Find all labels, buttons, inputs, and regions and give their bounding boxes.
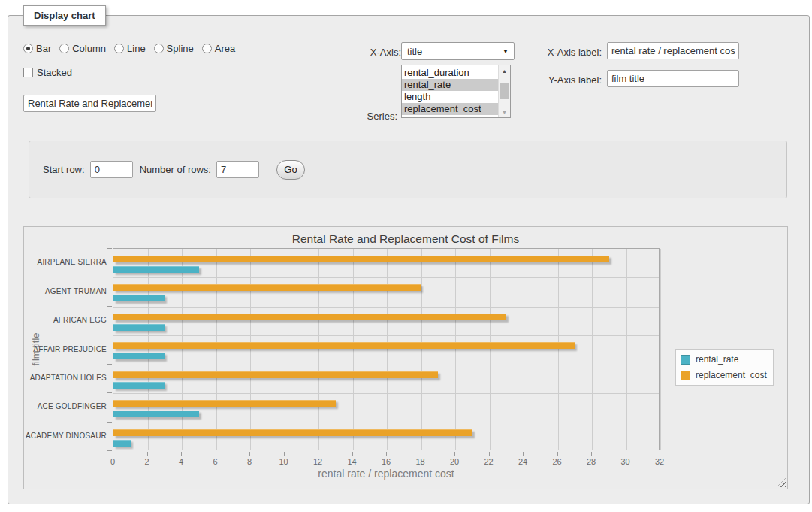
x-axis-tick <box>113 452 113 456</box>
grid-line <box>182 249 183 450</box>
bar-segment <box>113 400 336 407</box>
scrollbar-thumb[interactable] <box>500 83 509 99</box>
chart-container: Rental Rate and Replacement Cost of Film… <box>23 226 788 489</box>
stacked-checkbox-row[interactable]: Stacked <box>23 67 72 78</box>
start-row-input[interactable] <box>90 161 133 178</box>
stacked-label: Stacked <box>37 67 72 78</box>
chart-title-input[interactable] <box>23 95 156 112</box>
grid-line <box>455 249 456 450</box>
grid-line <box>626 249 627 450</box>
y-axis-category-label: AIRPLANE SIERRA <box>24 258 107 266</box>
bar-segment <box>113 353 165 359</box>
x-axis-tick-label: 22 <box>478 457 500 466</box>
x-axis-label-input[interactable] <box>607 42 739 59</box>
stacked-checkbox[interactable] <box>23 68 33 77</box>
series-option[interactable]: rental_duration <box>402 67 510 79</box>
grid-line <box>250 249 251 450</box>
chart-type-radio-group: Bar Column Line Spline Area <box>23 43 235 54</box>
radio-icon[interactable] <box>23 44 33 53</box>
x-axis-tick-label: 24 <box>512 457 534 466</box>
grid-line <box>113 335 659 336</box>
grid-line <box>421 249 422 450</box>
bar-segment <box>113 440 131 447</box>
series-option[interactable]: replacement_cost <box>402 103 510 115</box>
chart-type-option-column[interactable]: Column <box>59 43 106 54</box>
series-select-label: Series: <box>294 111 397 122</box>
legend-label: replacement_cost <box>696 370 767 380</box>
x-axis-tick <box>352 452 353 456</box>
x-axis-tick <box>454 452 455 456</box>
bar-segment <box>113 314 506 320</box>
chart-legend: rental_ratereplacement_cost <box>675 349 774 386</box>
x-axis-tick-label: 20 <box>443 457 466 466</box>
y-axis-label-label: Y-Axis label: <box>497 74 602 86</box>
x-axis-tick <box>147 452 148 456</box>
start-row-label: Start row: <box>43 164 85 175</box>
y-axis-category-label: AFRICAN EGG <box>24 316 107 324</box>
x-axis-tick <box>216 452 216 456</box>
x-axis-tick <box>421 452 421 456</box>
grid-line <box>387 249 388 450</box>
y-axis-tick <box>107 335 112 335</box>
x-axis-tick <box>249 452 250 456</box>
x-axis-tick <box>591 452 592 456</box>
y-axis-tick <box>107 364 112 365</box>
series-option[interactable]: length <box>402 91 510 103</box>
x-axis-tick-label: 12 <box>306 457 329 466</box>
x-axis-tick-label: 32 <box>648 457 671 466</box>
y-axis-category-label: AFFAIR PREJUDICE <box>24 345 107 353</box>
radio-label: Line <box>127 43 146 54</box>
num-rows-input[interactable] <box>216 161 259 178</box>
x-axis-tick <box>284 452 285 456</box>
x-axis-tick-label: 0 <box>101 457 124 466</box>
y-axis-tick <box>107 392 112 393</box>
y-axis-category-label: ACE GOLDFINGER <box>24 402 107 411</box>
x-axis-select-label: X-Axis: <box>294 47 401 58</box>
bar-segment <box>113 266 199 273</box>
display-chart-panel: Display chart Bar Column Line Spline Are… <box>8 15 810 504</box>
x-axis-tick-label: 8 <box>238 457 261 466</box>
grid-line <box>148 249 149 450</box>
radio-label: Area <box>215 43 235 54</box>
series-option[interactable]: rental_rate <box>402 79 510 91</box>
radio-icon[interactable] <box>59 44 69 53</box>
chart-type-option-spline[interactable]: Spline <box>154 43 194 54</box>
y-axis-tick <box>107 277 112 277</box>
y-axis-tick <box>107 422 112 423</box>
row-range-panel: Start row: Number of rows: Go <box>29 141 787 198</box>
x-axis-tick <box>181 452 182 456</box>
plot-area <box>113 248 660 450</box>
grid-line <box>490 249 491 450</box>
grid-line <box>592 249 593 450</box>
x-axis-tick-label: 16 <box>375 457 397 466</box>
grid-line <box>216 249 217 450</box>
radio-icon[interactable] <box>154 44 164 53</box>
chart-type-option-line[interactable]: Line <box>114 43 146 54</box>
legend-label: rental_rate <box>696 354 738 365</box>
legend-item: rental_rate <box>681 354 767 365</box>
radio-icon[interactable] <box>114 44 124 53</box>
chart-type-option-bar[interactable]: Bar <box>23 43 51 54</box>
y-axis-label-input[interactable] <box>607 70 739 87</box>
bar-segment <box>113 295 165 301</box>
x-axis-tick-label: 30 <box>614 457 637 466</box>
grid-line <box>558 249 559 450</box>
chart-type-option-area[interactable]: Area <box>202 43 235 54</box>
grid-line <box>113 307 659 308</box>
scroll-down-icon[interactable]: ▼ <box>499 107 510 117</box>
grid-line <box>285 249 285 450</box>
scrollbar[interactable]: ▲ ▼ <box>498 65 510 117</box>
bar-segment <box>113 324 165 331</box>
radio-icon[interactable] <box>202 44 212 53</box>
legend-item: replacement_cost <box>681 370 767 380</box>
y-axis-category-label: ACADEMY DINOSAUR <box>24 432 107 440</box>
grid-line <box>113 393 659 394</box>
y-axis-category-label: AGENT TRUMAN <box>24 287 107 295</box>
series-multiselect[interactable]: rental_durationrental_ratelengthreplacem… <box>401 65 511 118</box>
resize-handle-icon[interactable] <box>777 478 786 487</box>
x-axis-tick <box>318 452 318 456</box>
grid-line <box>524 249 524 450</box>
grid-line <box>113 365 659 365</box>
go-button[interactable]: Go <box>276 160 305 180</box>
series-options: rental_durationrental_ratelengthreplacem… <box>402 65 510 115</box>
